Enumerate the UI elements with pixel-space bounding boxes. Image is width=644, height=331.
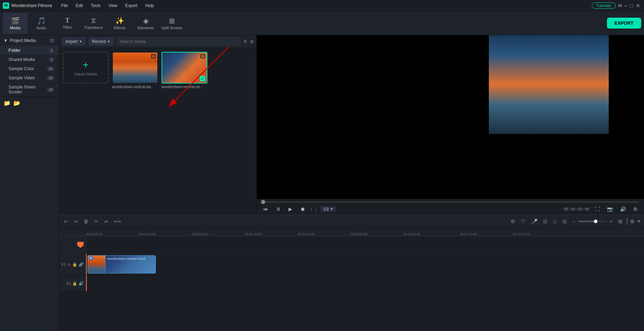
minimize-icon[interactable]: ─ (624, 3, 628, 8)
undo-button[interactable]: ↩ (62, 218, 70, 225)
crop-button[interactable]: ⊟ (561, 218, 569, 225)
sample-green-screen-count: 10 (47, 87, 55, 92)
preview-video (489, 35, 609, 134)
menu-edit[interactable]: Edit (72, 2, 87, 10)
link-track-icon[interactable]: ⚭ (637, 218, 641, 225)
subtitles-button[interactable]: ⊟ (541, 218, 549, 225)
screenshot-button[interactable]: 📷 (605, 206, 615, 213)
app-title: Wondershare Filmora (11, 3, 52, 8)
import-media-placeholder[interactable]: + Import Media (63, 52, 109, 84)
audio-track-mute-icon[interactable]: 🔊 (79, 281, 84, 286)
video-track-link-icon[interactable]: 🔗 (79, 262, 84, 267)
sidebar-folder-label: Folder (8, 48, 20, 53)
track-add-controls: ⊕ ⚭ (630, 218, 641, 225)
sidebar-sample-color-label: Sample Color (8, 66, 34, 71)
tutorials-button[interactable]: Tutorials (592, 2, 616, 9)
menu-tools[interactable]: Tools (87, 2, 104, 10)
sidebar-folder[interactable]: Folder 2 (0, 46, 59, 55)
shield-button[interactable]: 🛡 (519, 218, 528, 225)
preview-buttons: ⏮ ⏸ ▶ ⏹ { } 1/2 ▼ 00:00:00:00 ⛶ � (261, 206, 640, 213)
preview-area (257, 35, 644, 199)
mic-button[interactable]: 🎤 (530, 218, 539, 225)
sidebar-add-folder-icon[interactable]: 📁 (4, 100, 11, 106)
cut-button[interactable]: ✂ (92, 218, 100, 225)
sidebar-add-icon[interactable]: 📂 (13, 100, 20, 106)
toolbar-effects[interactable]: ✨ Effects (107, 13, 132, 34)
zoom-slider[interactable] (578, 221, 607, 222)
record-label: Record (92, 39, 106, 44)
prev-frame-button[interactable]: ⏮ (261, 206, 270, 213)
timeline-right-tools: ⚙ 🛡 🎤 ⊟ ◇ ⊟ − + ⊠ (509, 218, 628, 225)
add-track-icon[interactable]: ⊕ (630, 218, 634, 225)
stop-button[interactable]: ⏹ (298, 206, 307, 213)
menu-view[interactable]: View (105, 2, 121, 10)
play-pause-button[interactable]: ⏸ (274, 206, 283, 213)
sidebar-sample-green-screen[interactable]: Sample Green Screen 10 (0, 82, 59, 97)
import-media-label: Import Media (74, 72, 97, 76)
delete-button[interactable]: 🗑 (82, 218, 90, 225)
search-input[interactable] (117, 37, 241, 46)
preview-black-left (257, 35, 489, 199)
seekbar-handle[interactable] (261, 200, 265, 204)
toolbar-media[interactable]: 🎬 Media (3, 13, 28, 34)
video-track-eye-icon[interactable]: 👁 (67, 263, 71, 267)
toolbar-audio[interactable]: 🎵 Audio (29, 13, 54, 34)
video-track-lock-icon[interactable]: 🔒 (72, 262, 77, 267)
sidebar-shared-media[interactable]: Shared Media 1 (0, 55, 59, 64)
sample-video-count: 20 (47, 76, 55, 80)
export-button[interactable]: EXPORT (607, 18, 641, 29)
mail-icon[interactable]: ✉ (618, 3, 622, 8)
maximize-icon[interactable]: □ (630, 3, 633, 8)
redo-button[interactable]: ↪ (72, 218, 80, 225)
sidebar-sample-video-label: Sample Video (8, 75, 35, 80)
transitions-label: Transitions (84, 25, 103, 30)
audio-track-lock-icon[interactable]: 🔒 (72, 281, 77, 286)
splitscreen-label: Split Screen (161, 26, 182, 30)
filter-icon[interactable]: ⚙ (243, 39, 247, 44)
menu-help[interactable]: Help (142, 2, 158, 10)
toolbar-elements[interactable]: ◈ Elements (133, 13, 158, 34)
media-thumb-2[interactable]: ⊞ ✓ wondershare-vertical-clo... (162, 52, 207, 89)
thumb2-name: wondershare-vertical-clo... (162, 85, 207, 89)
ruler-marks: 00:00:00:00 00:00:10:00 00:00:20:00 00:0… (86, 228, 566, 236)
sidebar-project-media[interactable]: ▼ Project Media 2 (0, 35, 59, 46)
sidebar-sample-color[interactable]: Sample Color 24 (0, 64, 59, 73)
toolbar-splitscreen[interactable]: ⊞ Split Screen (159, 13, 184, 34)
fit-button[interactable]: ⊠ (616, 218, 624, 225)
seekbar[interactable] (261, 201, 640, 203)
video-clip-1[interactable]: ▶ wondershare-vertical cloud (87, 255, 156, 274)
media-thumb-1[interactable]: ⊞ wondershare-vertical-pla... (112, 52, 158, 89)
page-indicator[interactable]: 1/2 ▼ (321, 206, 336, 212)
playhead-track-controls (59, 236, 86, 253)
import-button[interactable]: Import ▼ (62, 37, 86, 46)
volume-button[interactable]: 🔊 (618, 206, 628, 213)
audio-track-a1: A1 🔒 🔊 (59, 276, 644, 292)
keyframe-button[interactable]: ◇ (551, 218, 559, 225)
settings-button[interactable]: ⚙ (631, 206, 640, 213)
motion-button[interactable]: ⟺ (112, 218, 123, 225)
sidebar-sample-video[interactable]: Sample Video 20 (0, 73, 59, 82)
toolbar-titles[interactable]: T Titles (55, 13, 80, 34)
split-button[interactable]: ⇌ (102, 218, 110, 225)
page-label: 1/2 (323, 207, 329, 211)
menu-export[interactable]: Export (122, 2, 141, 10)
close-button[interactable]: ✕ (635, 2, 641, 9)
audio-label: Audio (36, 26, 46, 30)
clip-video-icon: ▶ (89, 257, 93, 259)
zoom-out-button[interactable]: − (571, 218, 577, 225)
import-chevron-icon: ▼ (79, 40, 82, 43)
timeline-ruler: 00:00:00:00 00:00:10:00 00:00:20:00 00:0… (59, 228, 644, 236)
toolbar-transitions[interactable]: ⧖ Transitions (81, 13, 106, 34)
thumb1-type-icon: ⊞ (151, 54, 156, 59)
preview-time: 00:00:00:00 (564, 207, 589, 212)
snap-button[interactable]: ⚙ (509, 218, 517, 225)
fullscreen-button[interactable]: ⛶ (593, 206, 602, 213)
menu-file[interactable]: File (57, 2, 71, 10)
record-button[interactable]: Record ▼ (89, 37, 114, 46)
zoom-handle[interactable] (594, 220, 597, 223)
audio-track-controls: A1 🔒 🔊 (59, 276, 86, 291)
clip-title: wondershare-vertical cloud (105, 256, 147, 262)
grid-view-icon[interactable]: ⊞ (250, 39, 254, 44)
play-button[interactable]: ▶ (286, 206, 294, 213)
zoom-in-button[interactable]: + (608, 218, 614, 225)
